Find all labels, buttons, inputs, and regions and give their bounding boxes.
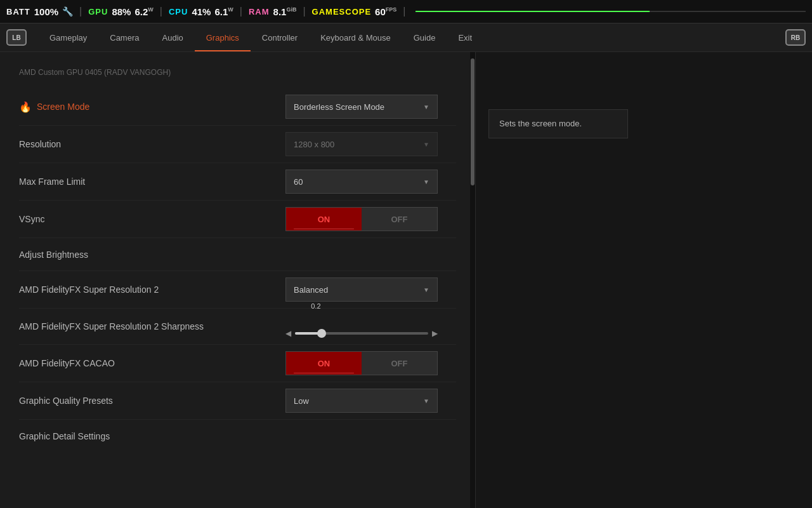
resolution-label: Resolution (19, 139, 285, 149)
fsr2-label: AMD FidelityFX Super Resolution 2 (19, 284, 285, 295)
fsr2-dropdown[interactable]: Balanced ▼ (285, 277, 438, 302)
detail-settings-label: Graphic Detail Settings (19, 431, 285, 441)
sharpness-slider[interactable]: ◀ ▶ (285, 329, 438, 338)
gamescope-label: GAMESCOPE (312, 7, 372, 17)
sharpness-slider-wrapper: 0.2 ◀ ▶ (285, 315, 438, 338)
resolution-control: 812 x 508 ▼ (285, 132, 456, 156)
ram-value: 8.1GiB (273, 6, 297, 17)
vsync-toggle[interactable]: ON OFF (285, 207, 438, 231)
tab-keyboard-mouse[interactable]: Keyboard & Mouse (309, 23, 402, 51)
tab-guide[interactable]: Guide (402, 23, 447, 51)
gpu-label: GPU (88, 7, 108, 17)
tab-exit[interactable]: Exit (447, 23, 483, 51)
fps-graph (416, 11, 806, 12)
slider-thumb[interactable] (317, 329, 326, 338)
nav-bar: LB Gameplay Camera Audio Graphics Contro… (0, 23, 812, 52)
max-frame-limit-label: Max Frame Limit (19, 177, 285, 187)
vsync-on-button[interactable]: ON (286, 208, 362, 231)
vsync-label: VSync (19, 214, 285, 224)
cpu-percent: 41% (192, 6, 211, 17)
screen-mode-label: 🔥 Screen Mode (19, 101, 285, 113)
sep3: | (240, 6, 242, 17)
sharpness-value: 0.2 (311, 302, 320, 310)
info-box: Sets the screen mode. (488, 109, 628, 138)
tab-gameplay[interactable]: Gameplay (38, 23, 98, 51)
main-content: AMD Custom GPU 0405 (RADV VANGOGH) 🔥 Scr… (0, 52, 812, 508)
max-frame-limit-row: Max Frame Limit 60 ▼ (19, 163, 456, 201)
hud-bar: BATT 100% 🔧 | GPU 88% 6.2W | CPU 41% 6.1… (0, 0, 812, 23)
resolution-row: Resolution 812 x 508 ▼ (19, 126, 456, 163)
flame-icon: 🔥 (19, 101, 32, 113)
info-text: Sets the screen mode. (499, 119, 582, 128)
dropdown-arrow: ▼ (423, 104, 429, 110)
cacao-control: ON OFF (285, 351, 456, 375)
scroll-thumb[interactable] (471, 58, 475, 185)
vsync-control: ON OFF (285, 207, 456, 231)
brightness-label: Adjust Brightness (19, 250, 285, 260)
quality-presets-row: Graphic Quality Presets Low ▼ (19, 382, 456, 420)
quality-presets-label: Graphic Quality Presets (19, 396, 285, 406)
detail-settings-row: Graphic Detail Settings (19, 420, 456, 453)
vsync-off-button[interactable]: OFF (362, 208, 437, 231)
screen-mode-row: 🔥 Screen Mode Borderless Screen Mode ▼ (19, 88, 456, 126)
fsr2-sharpness-label: AMD FidelityFX Super Resolution 2 Sharpn… (19, 321, 285, 331)
fsr2-row: AMD FidelityFX Super Resolution 2 Balanc… (19, 271, 456, 309)
max-frame-limit-control: 60 ▼ (285, 170, 456, 194)
sep5: | (403, 6, 405, 17)
quality-presets-control: Low ▼ (285, 389, 456, 413)
dropdown-arrow: ▼ (423, 141, 429, 148)
tab-audio[interactable]: Audio (151, 23, 195, 51)
fps-value: 60FPS (375, 6, 396, 17)
fsr2-sharpness-row: AMD FidelityFX Super Resolution 2 Sharpn… (19, 309, 456, 345)
gpu-info-label: AMD Custom GPU 0405 (RADV VANGOGH) (19, 65, 456, 77)
slider-track (295, 332, 428, 335)
sep1: | (79, 6, 82, 17)
cacao-on-button[interactable]: ON (286, 352, 362, 375)
cacao-toggle[interactable]: ON OFF (285, 351, 438, 375)
screen-mode-control: Borderless Screen Mode ▼ (285, 95, 456, 119)
sep2: | (160, 6, 162, 17)
cacao-label: AMD FidelityFX CACAO (19, 358, 285, 368)
fsr2-sharpness-control: 0.2 ◀ ▶ (285, 315, 456, 338)
wrench-icon: 🔧 (62, 6, 73, 17)
cpu-watts: 6.1W (214, 6, 233, 17)
gpu-watts: 6.2W (134, 6, 153, 17)
max-frame-limit-dropdown[interactable]: 60 ▼ (285, 170, 438, 194)
dropdown-arrow: ▼ (423, 398, 429, 404)
brightness-row: Adjust Brightness (19, 238, 456, 271)
tab-graphics[interactable]: Graphics (195, 23, 251, 51)
slider-left-arrow[interactable]: ◀ (285, 329, 291, 338)
vsync-row: VSync ON OFF (19, 201, 456, 238)
quality-presets-dropdown[interactable]: Low ▼ (285, 389, 438, 413)
screen-mode-dropdown[interactable]: Borderless Screen Mode ▼ (285, 95, 438, 119)
cacao-row: AMD FidelityFX CACAO ON OFF (19, 345, 456, 382)
ram-label: RAM (249, 7, 270, 17)
lb-button[interactable]: LB (6, 29, 27, 46)
fsr2-control: Balanced ▼ (285, 277, 456, 302)
sep4: | (303, 6, 305, 17)
rb-button[interactable]: RB (785, 29, 806, 46)
cacao-off-button[interactable]: OFF (362, 352, 437, 375)
slider-right-arrow[interactable]: ▶ (432, 329, 438, 338)
resolution-dropdown: 812 x 508 ▼ (285, 132, 438, 156)
dropdown-arrow: ▼ (423, 178, 429, 185)
info-panel: Sets the screen mode. (476, 52, 812, 508)
dropdown-arrow: ▼ (423, 286, 429, 293)
tab-controller[interactable]: Controller (251, 23, 309, 51)
cpu-label: CPU (169, 7, 188, 17)
batt-value: 100% (34, 6, 58, 17)
tab-camera[interactable]: Camera (98, 23, 150, 51)
gpu-percent: 88% (112, 6, 131, 17)
settings-panel: AMD Custom GPU 0405 (RADV VANGOGH) 🔥 Scr… (0, 52, 476, 508)
batt-label: BATT (6, 7, 30, 17)
scroll-indicator[interactable] (470, 52, 475, 508)
